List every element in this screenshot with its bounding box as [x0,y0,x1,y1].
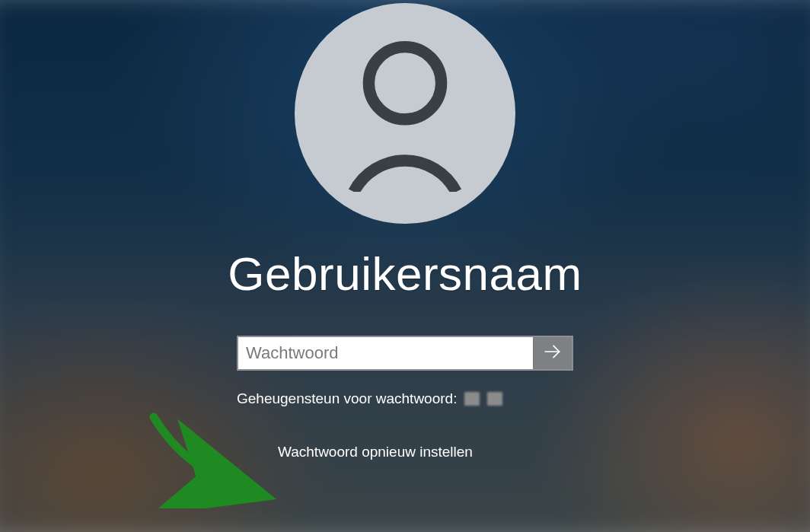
arrow-right-icon [543,342,563,365]
password-input[interactable] [238,337,533,369]
password-hint-value-redacted [464,392,480,406]
svg-point-0 [368,47,441,119]
password-hint-value-redacted [487,392,502,406]
password-hint-label: Geheugensteun voor wachtwoord: [237,390,457,407]
username-display: Gebruikersnaam [228,247,582,301]
submit-button[interactable] [533,337,572,369]
reset-password-link[interactable]: Wachtwoord opnieuw instellen [278,444,473,460]
login-panel: Gebruikersnaam Geheugensteun voor wachtw… [0,0,810,532]
password-row [237,336,573,371]
user-avatar [295,3,515,224]
reset-password-row: Wachtwoord opnieuw instellen [237,444,573,460]
person-icon [340,32,470,195]
password-hint-row: Geheugensteun voor wachtwoord: [237,390,573,407]
